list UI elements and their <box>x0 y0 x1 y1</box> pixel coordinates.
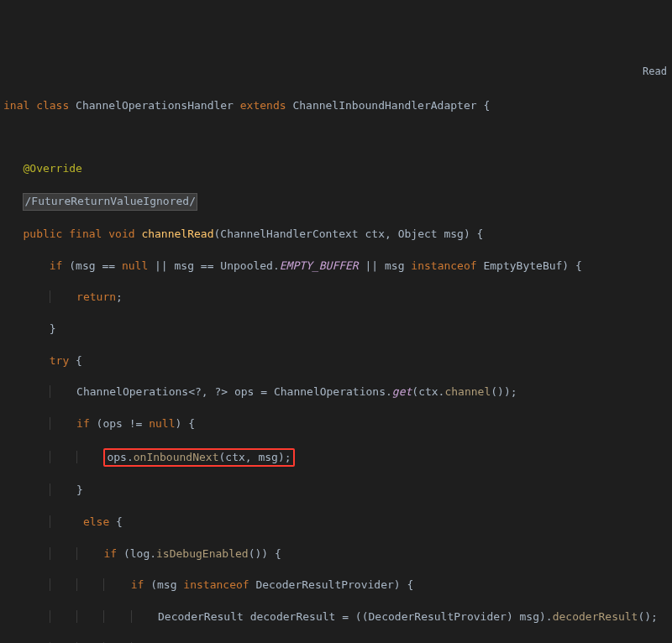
super-class: ChannelInboundHandlerAdapter <box>292 99 476 112</box>
kw-class: class <box>36 99 69 112</box>
code-line: ChannelOperations<?, ?> ops = ChannelOpe… <box>0 384 672 400</box>
code-line: @Override <box>0 161 672 177</box>
code-line: inal class ChannelOperationsHandler exte… <box>0 98 672 114</box>
brace: { <box>483 99 490 112</box>
code-line: public final void channelRead(ChannelHan… <box>0 227 672 243</box>
class-name: ChannelOperationsHandler <box>76 99 234 112</box>
blank-line <box>0 130 672 146</box>
annotation-override: @Override <box>23 162 81 175</box>
code-editor[interactable]: Read inal class ChannelOperationsHandler… <box>0 63 672 643</box>
method-name: channelRead <box>141 227 213 240</box>
code-line: try { <box>0 353 672 369</box>
code-line: else { <box>0 515 672 531</box>
kw-final: inal <box>3 99 29 112</box>
code-line: if (msg instanceof DecoderResultProvider… <box>0 578 672 593</box>
code-line: /FutureReturnValueIgnored/ <box>0 193 672 211</box>
code-line: DecoderResult decoderResult = ((DecoderR… <box>0 609 672 625</box>
code-line: } <box>0 322 672 337</box>
highlighted-statement: ops.onInboundNext(ctx, msg); <box>103 448 294 468</box>
code-line: ops.onInboundNext(ctx, msg); <box>0 448 672 468</box>
folded-annotation[interactable]: /FutureReturnValueIgnored/ <box>23 193 197 211</box>
code-line: } <box>0 483 672 499</box>
code-line: if (msg == null || msg == Unpooled.EMPTY… <box>0 259 672 274</box>
kw-extends: extends <box>240 99 286 112</box>
code-line: if (log.isDebugEnabled()) { <box>0 546 672 562</box>
code-line: if (ops != null) { <box>0 416 672 432</box>
code-line: return; <box>0 290 672 306</box>
readonly-badge: Read <box>643 65 667 79</box>
